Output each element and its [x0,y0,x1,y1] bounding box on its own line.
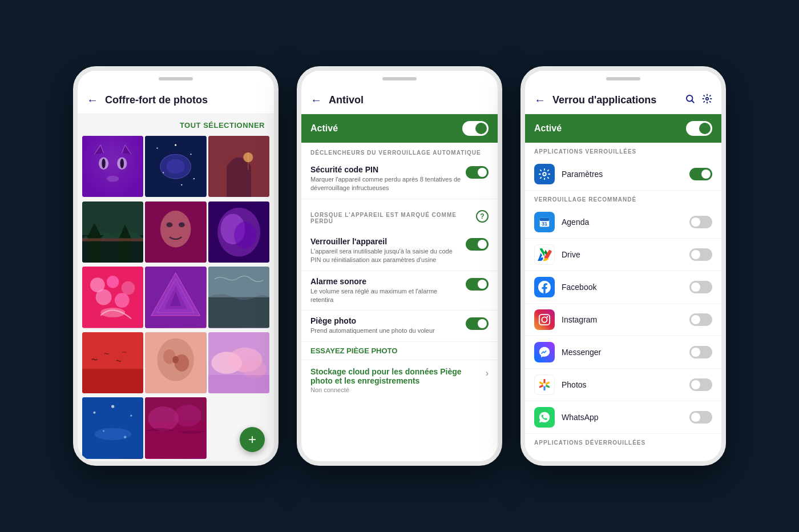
svg-point-53 [158,338,194,381]
svg-point-58 [211,352,242,374]
app-icon-messenger [534,342,555,362]
svg-marker-40 [158,279,194,313]
toggle-lock[interactable] [466,238,489,251]
select-all-bar: TOUT SÉLECTIONNER [78,114,274,136]
svg-point-65 [130,415,132,417]
svg-point-72 [175,405,201,427]
svg-point-63 [93,412,95,414]
applock-toggle[interactable] [686,121,712,136]
photo-cell-flowers[interactable] [82,267,143,328]
app-name-whatsapp: WhatsApp [562,413,683,422]
photo-cell-macro[interactable] [145,332,206,393]
svg-point-37 [100,308,125,317]
photo-cell-blue[interactable] [82,397,143,458]
toggle-pin[interactable] [466,166,489,179]
gear-icon[interactable] [702,94,712,107]
svg-rect-31 [82,267,143,328]
photo-cell-arch[interactable] [208,136,269,197]
svg-rect-47 [82,369,143,393]
phone-3-screen: ← Verrou d'applications [525,87,721,461]
toggle-wrap-lock [466,237,489,253]
antivol-toggle[interactable] [462,121,489,136]
svg-rect-22 [145,201,206,263]
phone-notch-2 [382,77,417,80]
svg-rect-61 [208,375,269,393]
back-button-2[interactable]: ← [310,94,322,107]
setting-text-alarm: Alarme sonore Le volume sera réglé au ma… [310,277,461,305]
photo-grid: 〜 〜 〜 〜 [78,136,274,461]
photo-cell-smoke[interactable] [208,201,269,263]
app-lock-list: APPLICATIONS VERROUILLÉES Paramètres VER… [525,143,721,461]
back-button-3[interactable]: ← [534,94,546,107]
svg-text:〜: 〜 [116,357,122,364]
antivol-settings-scroll: DÉCLENCHEURS DU VERROUILLAGE AUTOMATIQUE… [301,143,498,461]
app-name-photos: Photos [562,380,683,389]
svg-point-24 [167,222,173,227]
svg-point-55 [175,354,189,371]
svg-point-82 [547,316,548,318]
photo-cell-birds[interactable]: 〜 〜 〜 〜 [82,332,143,393]
toggle-settings-app[interactable] [689,168,712,180]
select-all-text[interactable]: TOUT SÉLECTIONNER [180,121,265,130]
photo-cell-space[interactable] [145,136,206,197]
phone-3-top-bar [525,71,721,87]
svg-marker-39 [151,273,200,316]
section-label-lost: LORSQUE L'APPAREIL EST MARQUÉ COMME PERD… [310,205,476,228]
toggle-agenda[interactable] [689,216,712,228]
svg-rect-20 [82,235,143,263]
toggle-alarm[interactable] [466,278,489,291]
toggle-instagram[interactable] [689,313,712,326]
question-circle-icon[interactable]: ? [476,210,489,223]
setting-text-pin: Sécurité code PIN Marquer l'appareil com… [310,165,461,193]
setting-title-photo-trap: Piège photo [310,316,461,325]
svg-point-29 [220,213,245,244]
toggle-messenger[interactable] [689,346,712,358]
photo-cell-sky[interactable] [145,397,206,458]
header-icons [685,94,712,107]
svg-point-4 [120,159,124,168]
setting-item-lock-device: Verrouiller l'appareil L'appareil sera i… [301,231,498,271]
search-icon[interactable] [685,94,695,107]
toggle-photos[interactable] [689,378,712,391]
svg-rect-52 [145,332,206,393]
toggle-whatsapp[interactable] [689,411,712,424]
photo-cell-face[interactable] [145,201,206,263]
svg-point-34 [122,281,135,295]
photo-cell-trees[interactable] [82,201,143,263]
svg-point-76 [543,172,546,176]
phone-1-title: Coffre-fort de photos [105,94,265,106]
locked-section-label: APPLICATIONS VERROUILLÉES [525,143,721,158]
app-item-facebook: Facebook [525,271,721,304]
photo-cell-cat[interactable] [82,136,143,197]
svg-point-17 [243,152,253,162]
svg-point-28 [217,207,260,256]
setting-item-pin: Sécurité code PIN Marquer l'appareil com… [301,159,498,199]
fab-add-button[interactable]: + [240,427,265,452]
app-name-drive: Drive [562,250,683,259]
svg-point-8 [175,144,176,146]
svg-rect-0 [82,136,143,197]
photo-cell-clouds[interactable] [208,332,269,393]
app-item-agenda: 31 Agenda [525,206,721,239]
setting-title-alarm: Alarme sonore [310,277,461,286]
back-button-1[interactable]: ← [87,94,98,107]
section-divider-lost: LORSQUE L'APPAREIL EST MARQUÉ COMME PERD… [301,199,498,231]
app-name-settings: Paramètres [562,170,683,179]
toggle-photo-trap[interactable] [466,317,489,330]
toggle-facebook[interactable] [689,281,712,293]
setting-text-lock: Verrouiller l'appareil L'appareil sera i… [310,237,461,265]
svg-rect-69 [145,397,206,458]
recommended-section-label: VERROUILLAGE RECOMMANDÉ [525,191,721,206]
photo-cell-lake[interactable] [208,267,269,328]
setting-desc-lock: L'appareil sera inutilisable jusqu'à la … [310,247,461,265]
try-photo-trap-link[interactable]: ESSAYEZ PIÈGE PHOTO [301,342,498,360]
phone-3-header: ← Verrou d'applications [525,87,721,114]
svg-rect-70 [145,422,206,458]
cloud-storage-item[interactable]: Stockage cloud pour les données Piège ph… [301,360,498,400]
setting-desc-alarm: Le volume sera réglé au maximum et l'ala… [310,287,461,305]
photo-cell-geo[interactable] [145,267,206,328]
toggle-drive[interactable] [689,248,712,261]
svg-line-74 [692,100,693,102]
svg-point-14 [167,159,185,174]
app-name-facebook: Facebook [562,283,683,292]
